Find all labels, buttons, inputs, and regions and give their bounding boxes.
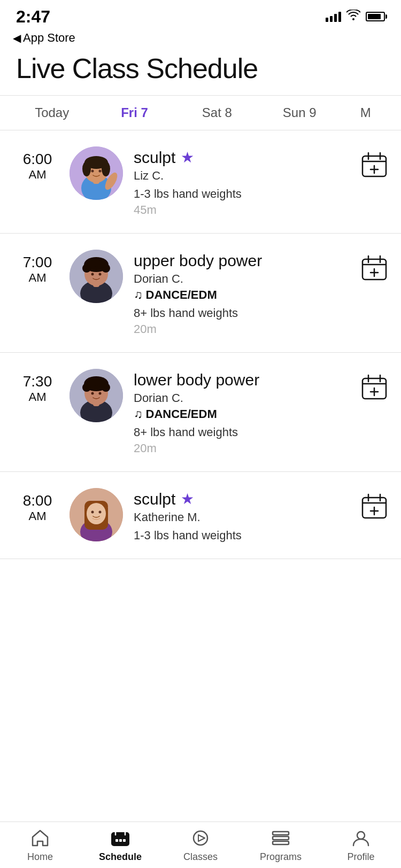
svg-point-7	[91, 170, 94, 173]
class-name: sculpt	[134, 490, 175, 508]
class-genre: ♫ DANCE/EDM	[134, 407, 350, 421]
nav-label-home: Home	[27, 851, 53, 863]
class-hour: 6:00	[16, 151, 59, 168]
class-name-row: lower body power	[134, 371, 350, 389]
schedule-icon	[111, 830, 130, 849]
genre-label: DANCE/EDM	[146, 407, 217, 421]
favorite-star-icon: ★	[181, 150, 194, 165]
class-time: 7:00 AM	[16, 250, 59, 285]
class-name: upper body power	[134, 252, 262, 270]
svg-point-80	[357, 832, 365, 839]
class-item[interactable]: 7:30 AM	[0, 353, 401, 472]
svg-point-6	[102, 161, 110, 176]
class-item[interactable]: 7:00 AM	[0, 234, 401, 353]
class-info: upper body power Dorian C. ♫ DANCE/EDM 8…	[134, 250, 350, 336]
svg-point-59	[91, 511, 94, 514]
tab-more[interactable]: M	[341, 100, 390, 126]
svg-rect-77	[273, 832, 289, 835]
add-to-calendar-button[interactable]	[360, 488, 388, 522]
music-note-icon: ♫	[134, 288, 143, 302]
class-equipment: 1-3 lbs hand weights	[134, 187, 350, 201]
class-item[interactable]: 8:00 AM	[0, 472, 401, 559]
tab-sun9[interactable]: Sun 9	[258, 100, 341, 126]
class-instructor: Katherine M.	[134, 510, 350, 524]
class-time: 8:00 AM	[16, 488, 59, 523]
svg-rect-79	[273, 841, 289, 844]
profile-icon	[352, 830, 370, 849]
nav-label-profile: Profile	[347, 851, 374, 863]
class-name: lower body power	[134, 371, 259, 389]
class-hour: 7:30	[16, 373, 59, 390]
class-info: sculpt ★ Katherine M. 1-3 lbs hand weigh…	[134, 488, 350, 542]
svg-point-60	[99, 511, 102, 514]
tab-sat8[interactable]: Sat 8	[176, 100, 258, 126]
class-ampm: AM	[16, 271, 59, 285]
svg-marker-76	[198, 835, 205, 841]
class-info: sculpt ★ Liz C. 1-3 lbs hand weights 45m	[134, 146, 350, 217]
class-ampm: AM	[16, 168, 59, 182]
nav-label-programs: Programs	[260, 851, 302, 863]
class-name-row: upper body power	[134, 252, 350, 270]
class-ampm: AM	[16, 390, 59, 404]
class-list: 6:00 AM	[0, 130, 401, 559]
add-to-calendar-button[interactable]	[360, 146, 388, 181]
nav-item-programs[interactable]: Programs	[241, 830, 321, 863]
nav-item-home[interactable]: Home	[0, 830, 80, 863]
nav-item-schedule[interactable]: Schedule	[80, 830, 160, 863]
page-title: Live Class Schedule	[0, 49, 401, 95]
back-arrow-icon: ◀	[13, 32, 21, 44]
nav-item-classes[interactable]: Classes	[160, 830, 241, 863]
class-info: lower body power Dorian C. ♫ DANCE/EDM 8…	[134, 369, 350, 455]
class-item[interactable]: 6:00 AM	[0, 130, 401, 234]
add-to-calendar-button[interactable]	[360, 369, 388, 403]
class-instructor: Dorian C.	[134, 391, 350, 405]
back-nav[interactable]: ◀ App Store	[0, 29, 401, 49]
wifi-icon	[346, 10, 360, 24]
class-time: 6:00 AM	[16, 146, 59, 182]
svg-point-45	[99, 392, 102, 395]
svg-rect-69	[112, 833, 129, 837]
class-duration: 20m	[134, 322, 350, 336]
tab-fri7[interactable]: Fri 7	[93, 100, 175, 126]
svg-point-44	[91, 392, 94, 395]
class-instructor: Liz C.	[134, 169, 350, 183]
nav-label-classes: Classes	[183, 851, 218, 863]
instructor-avatar	[70, 369, 123, 422]
svg-point-27	[99, 273, 102, 276]
class-name: sculpt	[134, 149, 175, 167]
battery-icon	[366, 12, 385, 21]
genre-label: DANCE/EDM	[146, 288, 217, 302]
back-label: App Store	[23, 31, 75, 45]
status-bar: 2:47	[0, 0, 401, 29]
add-to-calendar-button[interactable]	[360, 250, 388, 284]
svg-rect-78	[273, 836, 289, 840]
svg-point-26	[91, 273, 94, 276]
class-duration: 20m	[134, 441, 350, 455]
date-tabs: Today Fri 7 Sat 8 Sun 9 M	[0, 96, 401, 130]
class-equipment: 8+ lbs hand weights	[134, 425, 350, 439]
instructor-avatar	[70, 146, 123, 200]
tab-today[interactable]: Today	[11, 100, 93, 126]
svg-rect-73	[119, 839, 122, 842]
svg-rect-74	[123, 839, 126, 842]
programs-icon	[271, 830, 290, 849]
status-time: 2:47	[16, 7, 50, 27]
bottom-nav: Home Schedule Classes	[0, 821, 401, 868]
favorite-star-icon: ★	[181, 492, 194, 507]
nav-item-profile[interactable]: Profile	[321, 830, 401, 863]
svg-rect-72	[115, 839, 118, 842]
home-icon	[31, 830, 49, 849]
class-genre: ♫ DANCE/EDM	[134, 288, 350, 302]
class-duration: 45m	[134, 203, 350, 217]
class-equipment: 8+ lbs hand weights	[134, 306, 350, 320]
svg-point-58	[87, 503, 106, 524]
class-instructor: Dorian C.	[134, 272, 350, 286]
svg-point-5	[82, 161, 91, 176]
class-equipment: 1-3 lbs hand weights	[134, 529, 350, 542]
class-ampm: AM	[16, 509, 59, 523]
instructor-avatar	[70, 250, 123, 303]
class-name-row: sculpt ★	[134, 490, 350, 508]
class-time: 7:30 AM	[16, 369, 59, 404]
classes-icon	[191, 830, 210, 849]
class-hour: 7:00	[16, 254, 59, 271]
